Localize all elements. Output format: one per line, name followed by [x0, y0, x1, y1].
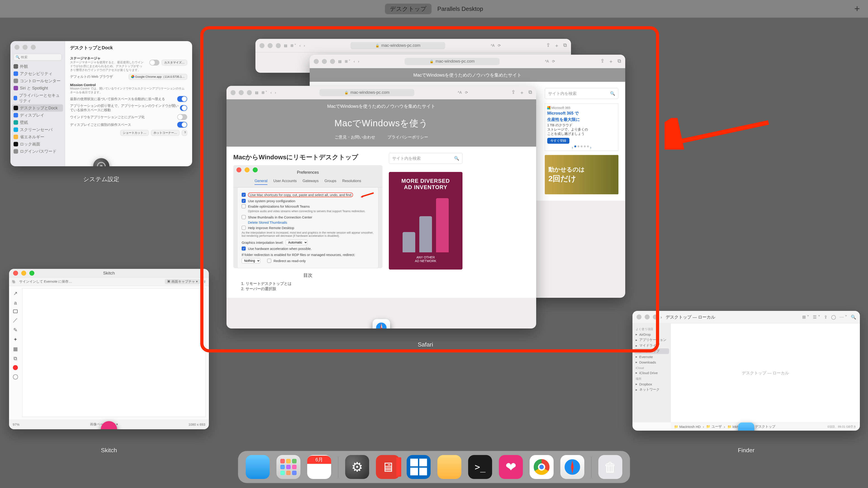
- sidebar-item[interactable]: スクリーンセーバ: [10, 126, 65, 133]
- share-icon[interactable]: ⇪: [546, 42, 550, 49]
- address-bar[interactable]: 🔒mac-windows-pc.com: [319, 89, 414, 96]
- sidebar-toggle-icon[interactable]: ▤: [338, 59, 342, 64]
- reader-icon[interactable]: ᴬA: [458, 90, 462, 95]
- reload-icon[interactable]: ⟳: [552, 59, 555, 64]
- dock-safari[interactable]: [560, 455, 584, 479]
- tool-arrow[interactable]: ↗: [13, 291, 18, 296]
- nav-back-icon[interactable]: ‹: [299, 43, 301, 48]
- nav-contact[interactable]: ご意見・お問い合わせ: [335, 134, 375, 140]
- nav-forward-icon[interactable]: ›: [275, 91, 276, 95]
- sidebar-item[interactable]: Siri と Spotlight: [10, 85, 65, 92]
- sidebar-toggle-icon[interactable]: ▤: [255, 90, 258, 95]
- ad-microsoft365[interactable]: Microsoft 365 Microsoft 365 で 生産性を最大限に 1…: [545, 103, 618, 151]
- nav-back-icon[interactable]: ‹: [270, 91, 272, 95]
- default-browser-picker[interactable]: Google Chrome.app（114.0.5735.1…: [129, 74, 187, 80]
- sidebar-toggle-icon[interactable]: ▤: [284, 43, 287, 48]
- tab-overview-icon[interactable]: ⊞ ˅: [261, 90, 267, 95]
- tab-overview-icon[interactable]: ⊞ ˅: [290, 43, 296, 48]
- setting-toggle[interactable]: [180, 105, 187, 111]
- action-icon[interactable]: ⋯ ˅: [839, 315, 847, 320]
- finder-sidebar-item[interactable]: ▸ネットワーク: [632, 387, 671, 392]
- path-segment[interactable]: 📁 Macintosh HD: [674, 425, 701, 429]
- sidebar-item[interactable]: デスクトップとDock: [12, 104, 63, 111]
- tabs-icon[interactable]: ⧉: [618, 58, 621, 65]
- reload-icon[interactable]: ⟳: [465, 90, 468, 95]
- tool-color[interactable]: [13, 365, 18, 370]
- dock-system-settings[interactable]: ⚙︎: [345, 455, 369, 479]
- setting-toggle[interactable]: [177, 96, 187, 102]
- window-finder[interactable]: ‹ › デスクトップ — ローカル ⊞ ˅ ☰ ˅ ⇪ ◯ ⋯ ˅ 🔍 よく使う…: [632, 311, 860, 431]
- evernote-signin[interactable]: サインインして Evernote に保存…: [19, 280, 72, 284]
- ad-money-unit[interactable]: MORE DIVERSED AD INVENTORY ANY OTHER AD …: [389, 172, 463, 269]
- finder-sidebar-item[interactable]: ▸iCloud Drive: [632, 370, 671, 376]
- reader-icon[interactable]: ᴬA: [491, 43, 495, 48]
- sidebar-item[interactable]: アクセシビリティ: [10, 70, 65, 77]
- finder-sidebar-item[interactable]: ▸デスクトップ: [634, 348, 669, 354]
- window-skitch[interactable]: Skitch 🐘 サインインして Evernote に保存… ▣ 画面キャプチャ…: [9, 269, 209, 429]
- dock-finder[interactable]: [246, 455, 270, 479]
- nav-forward-icon[interactable]: ›: [358, 59, 359, 64]
- new-tab-icon[interactable]: ＋: [520, 89, 524, 96]
- tool-marker[interactable]: ✎: [13, 327, 18, 333]
- share-icon[interactable]: ⇪: [511, 89, 515, 96]
- tool-size[interactable]: ◯: [13, 374, 18, 380]
- new-tab-icon[interactable]: ＋: [609, 58, 614, 65]
- tabs-icon[interactable]: ⧉: [563, 42, 567, 49]
- dock-chrome[interactable]: [530, 455, 554, 479]
- window-safari-front[interactable]: ▤ ⊞ ˅ ‹ › 🔒mac-windows-pc.com ᴬA⟳ ⇪＋⧉ Ma…: [226, 86, 536, 328]
- toc-item[interactable]: サーバーの選択肢: [246, 286, 382, 291]
- tool-pixelate[interactable]: ▦: [13, 346, 18, 352]
- dock-calendar[interactable]: 6月8: [307, 455, 331, 479]
- reader-icon[interactable]: ᴬA: [545, 59, 549, 64]
- dock-launchpad[interactable]: [276, 455, 301, 479]
- tool-line[interactable]: ／: [13, 317, 18, 324]
- finder-sidebar-item[interactable]: ▸Dropbox: [632, 381, 671, 387]
- dock-trash[interactable]: 🗑: [598, 455, 622, 479]
- zoom-level[interactable]: 97%: [13, 422, 20, 426]
- tabs-icon[interactable]: ⧉: [528, 89, 532, 96]
- address-bar[interactable]: 🔒mac-windows-pc.com: [405, 58, 500, 65]
- site-search-input[interactable]: サイト内を検索🔍: [545, 88, 618, 99]
- sidebar-item[interactable]: プライバシーとセキュリティ: [10, 92, 65, 104]
- tool-rect[interactable]: [13, 310, 18, 313]
- site-search-input[interactable]: サイト内を検索🔍: [389, 153, 463, 164]
- tags-icon[interactable]: ◯: [831, 315, 836, 320]
- stage-manager-toggle[interactable]: [149, 60, 159, 66]
- reload-icon[interactable]: ⟳: [498, 43, 501, 48]
- ad-cta[interactable]: 今すぐ登録: [547, 138, 569, 144]
- dock-windows-app[interactable]: [407, 455, 431, 479]
- sidebar-item[interactable]: ディスプレイ: [10, 111, 65, 119]
- setting-toggle[interactable]: [177, 114, 187, 120]
- tab-overview-icon[interactable]: ⊞ ˅: [345, 59, 350, 64]
- skitch-canvas[interactable]: [22, 288, 206, 417]
- stage-customize-button[interactable]: カスタマイズ…: [162, 60, 187, 66]
- dock-terminal[interactable]: >_: [468, 455, 492, 479]
- tool-crop[interactable]: ⧉: [13, 356, 17, 361]
- dock-notes[interactable]: [437, 455, 461, 479]
- nav-privacy[interactable]: プライバシーポリシー: [388, 134, 428, 140]
- finder-sidebar-item[interactable]: ▸Evernote: [632, 354, 671, 359]
- finder-sidebar-item[interactable]: ▸マイドライブ: [632, 343, 671, 348]
- dock-skitch[interactable]: ❤: [499, 455, 523, 479]
- sidebar-item[interactable]: ロック画面: [10, 140, 65, 148]
- share-icon[interactable]: ⇪: [600, 58, 604, 65]
- finder-sidebar-item[interactable]: ▸アプリケーション: [632, 337, 671, 343]
- sidebar-item[interactable]: 壁紙: [10, 119, 65, 126]
- settings-search[interactable]: 🔍 検索: [13, 54, 62, 61]
- sidebar-item[interactable]: ログインパスワード: [10, 148, 65, 155]
- window-system-settings[interactable]: 🔍 検索 外観アクセシビリティコントロールセンターSiri と Spotligh…: [10, 41, 192, 166]
- sidebar-item[interactable]: コントロールセンター: [10, 77, 65, 85]
- space-parallels[interactable]: Parallels Desktop: [437, 5, 483, 12]
- finder-content[interactable]: デスクトップ — ローカル: [671, 324, 860, 422]
- share-icon[interactable]: ⇪: [824, 315, 828, 320]
- traffic-lights[interactable]: [14, 45, 36, 50]
- nav-back-icon[interactable]: ‹: [353, 59, 355, 64]
- capture-mode[interactable]: ▣ 画面キャプチャ ▾: [165, 279, 200, 284]
- path-segment[interactable]: 📁 ユーザ: [706, 424, 721, 429]
- setting-toggle[interactable]: [177, 122, 187, 128]
- finder-sidebar-item[interactable]: ▸Downloads: [632, 359, 671, 365]
- new-tab-icon[interactable]: ＋: [554, 42, 559, 49]
- share-icon[interactable]: ⇪: [203, 280, 206, 284]
- hot-corners-button[interactable]: ホットコーナー…: [151, 130, 180, 136]
- dock-remote-desktop[interactable]: 🖥: [376, 455, 400, 479]
